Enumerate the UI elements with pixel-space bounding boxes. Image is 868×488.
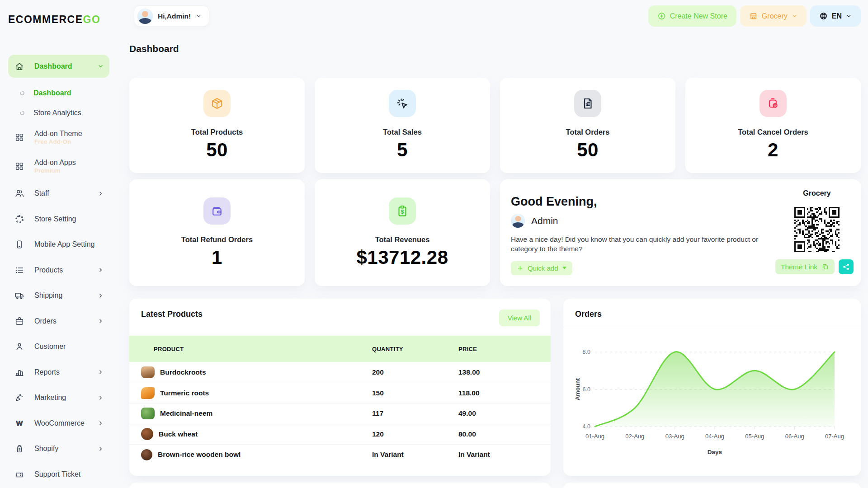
sidebar-item-mobile-app-setting[interactable]: Mobile App Setting bbox=[8, 232, 109, 258]
table-row[interactable]: Buck wheat12080.00 bbox=[129, 424, 551, 445]
sidebar-item-shipping[interactable]: Shipping bbox=[8, 283, 109, 309]
brand-name-accent: GO bbox=[83, 14, 101, 25]
create-new-store-button[interactable]: Create New Store bbox=[648, 5, 736, 27]
table-row[interactable]: Turmeric roots150118.00 bbox=[129, 383, 551, 404]
store-selector-button[interactable]: Grocery bbox=[740, 5, 807, 27]
chevron-right-icon bbox=[97, 190, 104, 197]
stat-label: Total Cancel Orders bbox=[738, 128, 808, 136]
users-icon bbox=[14, 188, 24, 198]
sidebar-item-woocommerce[interactable]: WWooCommerce bbox=[8, 411, 109, 436]
sidebar-item-customer[interactable]: Customer bbox=[8, 334, 109, 360]
stat-label: Total Products bbox=[191, 128, 243, 136]
chevron-down-icon bbox=[792, 13, 797, 19]
theme-link-button[interactable]: Theme Link bbox=[775, 259, 835, 274]
divider bbox=[563, 327, 861, 327]
stats-grid: Total Products50Total Sales5$Total Order… bbox=[129, 78, 861, 286]
product-thumbnail bbox=[141, 428, 153, 440]
user-menu[interactable]: Hi,Admin! bbox=[134, 5, 209, 27]
share-button[interactable] bbox=[839, 259, 854, 274]
stat-card-total-products: Total Products50 bbox=[129, 78, 305, 173]
clipboard-dollar-icon: $ bbox=[389, 197, 416, 225]
product-name: Buck wheat bbox=[159, 430, 198, 438]
stat-card-total-sales: Total Sales5 bbox=[315, 78, 490, 173]
sidebar-item-reports[interactable]: Reports bbox=[8, 360, 109, 385]
product-quantity: 150 bbox=[372, 389, 458, 397]
qr-code bbox=[794, 207, 840, 252]
sidebar-item-products[interactable]: Products bbox=[8, 258, 109, 283]
sidebar-item-add-on-theme[interactable]: Add-on ThemeFree Add-On bbox=[8, 123, 109, 152]
sidebar-item-dashboard[interactable]: Dashboard bbox=[8, 55, 109, 78]
quick-add-button[interactable]: Quick add bbox=[511, 261, 572, 275]
sidebar-item-marketing[interactable]: Marketing bbox=[8, 385, 109, 411]
storefront-icon bbox=[749, 12, 758, 20]
cursor-click-icon bbox=[389, 90, 416, 117]
svg-text:Days: Days bbox=[708, 449, 722, 455]
stat-value: 50 bbox=[577, 139, 599, 161]
plus-icon bbox=[517, 265, 524, 272]
product-thumbnail bbox=[141, 408, 155, 419]
table-row[interactable]: Brown-rice wooden bowlIn VariantIn Varia… bbox=[129, 444, 551, 465]
product-price: In Variant bbox=[458, 450, 490, 459]
party-icon bbox=[14, 393, 24, 403]
svg-text:01-Aug: 01-Aug bbox=[585, 433, 604, 440]
stat-value: $13712.28 bbox=[356, 247, 448, 268]
woo-icon: W bbox=[14, 418, 24, 428]
box-icon bbox=[203, 90, 231, 117]
column-header: PRODUCT bbox=[129, 346, 372, 352]
orders-panel: Orders 4.06.08.001-Aug02-Aug03-Aug04-Aug… bbox=[563, 299, 861, 476]
stat-label: Total Sales bbox=[383, 128, 422, 136]
header-actions: Create New Store Grocery EN bbox=[648, 5, 861, 27]
stat-value: 50 bbox=[206, 139, 228, 161]
sidebar-item-add-on-apps[interactable]: Add-on AppsPremium bbox=[8, 152, 109, 181]
sidebar-nav: DashboardDashboardStore AnalyticsAdd-on … bbox=[8, 55, 109, 487]
welcome-message: Have a nice day! Did you know that you c… bbox=[511, 235, 759, 254]
chart-icon bbox=[14, 367, 24, 377]
globe-icon bbox=[819, 12, 828, 20]
grid-icon bbox=[14, 161, 24, 171]
list-icon bbox=[14, 265, 24, 275]
sidebar-item-staff[interactable]: Staff bbox=[8, 181, 109, 206]
svg-text:06-Aug: 06-Aug bbox=[785, 433, 804, 440]
sidebar-item-support-ticket[interactable]: Support Ticket bbox=[8, 462, 109, 488]
next-panel-partial bbox=[129, 483, 551, 488]
sidebar: ECOMMERCEGO DashboardDashboardStore Anal… bbox=[8, 0, 109, 488]
wallet-icon bbox=[203, 197, 231, 225]
sidebar-subitem-dashboard[interactable]: Dashboard bbox=[8, 83, 109, 103]
view-all-button[interactable]: View All bbox=[499, 310, 540, 326]
table-row[interactable]: Burdockroots200138.00 bbox=[129, 362, 551, 383]
stat-value: 2 bbox=[768, 139, 778, 161]
chevron-right-icon bbox=[97, 369, 104, 375]
user-avatar bbox=[511, 214, 525, 228]
brand-logo[interactable]: ECOMMERCEGO bbox=[8, 14, 109, 26]
svg-text:07-Aug: 07-Aug bbox=[825, 433, 844, 440]
latest-products-title: Latest Products bbox=[141, 310, 203, 319]
ring-icon bbox=[19, 110, 25, 116]
svg-text:04-Aug: 04-Aug bbox=[705, 433, 724, 440]
svg-text:6.0: 6.0 bbox=[583, 386, 590, 393]
products-table-header: PRODUCTQUANTITYPRICE bbox=[129, 336, 551, 362]
product-quantity: 120 bbox=[372, 430, 458, 438]
language-selector-button[interactable]: EN bbox=[810, 5, 861, 27]
plus-circle-icon bbox=[657, 12, 666, 20]
home-icon bbox=[14, 61, 24, 71]
stat-card-total-cancel-orders: Total Cancel Orders2 bbox=[685, 78, 861, 173]
chevron-right-icon bbox=[97, 394, 104, 401]
sidebar-subitem-store-analytics[interactable]: Store Analytics bbox=[8, 103, 109, 123]
sidebar-item-orders[interactable]: Orders bbox=[8, 309, 109, 334]
table-row[interactable]: Medicinal-neem11749.00 bbox=[129, 403, 551, 424]
product-quantity: 200 bbox=[372, 368, 458, 376]
product-quantity: In Variant bbox=[372, 450, 458, 459]
chevron-down-icon bbox=[97, 63, 104, 70]
invoice-icon: $ bbox=[574, 90, 601, 117]
product-quantity: 117 bbox=[372, 409, 458, 418]
sidebar-item-store-setting[interactable]: Store Setting bbox=[8, 206, 109, 232]
truck-icon bbox=[14, 291, 24, 300]
product-thumbnail bbox=[141, 449, 152, 460]
sidebar-item-shopify[interactable]: SShopify bbox=[8, 436, 109, 462]
addon-badge: Free Add-On bbox=[34, 138, 82, 145]
box-cancel-icon bbox=[760, 90, 787, 117]
stat-value: 1 bbox=[212, 247, 222, 268]
chevron-right-icon bbox=[97, 267, 104, 273]
dots-icon bbox=[14, 214, 24, 224]
user-greeting: Hi,Admin! bbox=[158, 12, 191, 20]
